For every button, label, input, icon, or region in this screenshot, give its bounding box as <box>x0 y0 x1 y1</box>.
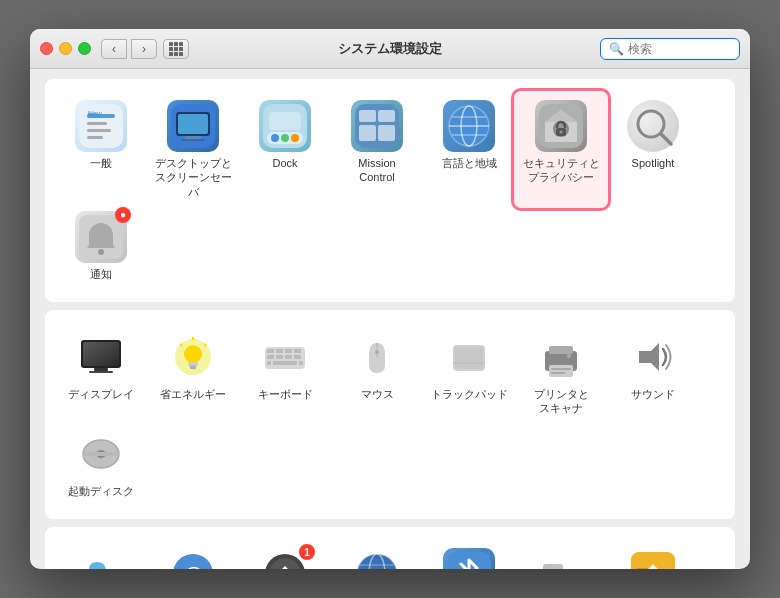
pref-startup[interactable]: 起動ディスク <box>55 422 147 504</box>
close-button[interactable] <box>40 42 53 55</box>
svg-point-46 <box>184 345 202 363</box>
window-title: システム環境設定 <box>338 40 442 58</box>
svg-rect-68 <box>455 347 483 369</box>
mouse-icon <box>351 331 403 383</box>
startup-label: 起動ディスク <box>68 484 134 498</box>
svg-point-35 <box>560 131 563 134</box>
nav-buttons: ‹ › <box>101 39 157 59</box>
pref-software[interactable]: 1 ソフトウェアアップデート <box>239 542 331 569</box>
mission-label: MissionControl <box>358 156 395 185</box>
trackpad-label: トラックパッド <box>431 387 508 401</box>
preferences-content: File New 一般 デスクトップとスクリーンセ <box>30 69 750 569</box>
pref-dock[interactable]: Dock <box>239 94 331 205</box>
pref-bluetooth[interactable]: Bluetooth <box>423 542 515 569</box>
svg-rect-64 <box>299 361 303 365</box>
svg-rect-71 <box>549 346 573 354</box>
maximize-button[interactable] <box>78 42 91 55</box>
svg-rect-19 <box>359 110 376 122</box>
pref-extensions[interactable]: 機能拡張 <box>515 542 607 569</box>
svg-rect-22 <box>378 125 395 141</box>
energy-label: 省エネルギー <box>160 387 226 401</box>
svg-rect-11 <box>181 139 205 141</box>
svg-rect-55 <box>276 349 283 353</box>
svg-point-39 <box>98 249 104 255</box>
pref-trackpad[interactable]: トラックパッド <box>423 325 515 422</box>
svg-text:New: New <box>88 110 103 117</box>
pref-energy[interactable]: 省エネルギー <box>147 325 239 422</box>
minimize-button[interactable] <box>59 42 72 55</box>
svg-line-52 <box>180 344 182 346</box>
dock-label: Dock <box>272 156 297 170</box>
svg-rect-56 <box>285 349 292 353</box>
network-icon <box>351 548 403 569</box>
svg-rect-4 <box>87 136 103 139</box>
svg-point-75 <box>567 354 571 358</box>
spotlight-icon <box>627 100 679 152</box>
pref-sharing[interactable]: 共有 <box>607 542 699 569</box>
search-icon: 🔍 <box>609 42 624 56</box>
trackpad-icon <box>443 331 495 383</box>
svg-rect-10 <box>185 136 201 139</box>
svg-text:@: @ <box>183 563 203 569</box>
printer-label: プリンタとスキャナ <box>534 387 589 416</box>
svg-rect-42 <box>83 342 119 366</box>
svg-rect-17 <box>269 112 301 130</box>
pref-printer[interactable]: プリンタとスキャナ <box>515 325 607 422</box>
pref-sound[interactable]: サウンド <box>607 325 699 422</box>
svg-point-16 <box>291 134 299 142</box>
desktop-label: デスクトップとスクリーンセーバ <box>151 156 235 199</box>
software-badge: 1 <box>299 544 315 560</box>
svg-rect-63 <box>267 361 271 365</box>
pref-security[interactable]: セキュリティとプライバシー <box>515 94 607 205</box>
language-icon <box>443 100 495 152</box>
pref-mission[interactable]: MissionControl <box>331 94 423 205</box>
sharing-icon <box>627 548 679 569</box>
extensions-icon <box>535 548 587 569</box>
pref-display[interactable]: ディスプレイ <box>55 325 147 422</box>
pref-desktop[interactable]: デスクトップとスクリーンセーバ <box>147 94 239 205</box>
pref-spotlight[interactable]: Spotlight <box>607 94 699 205</box>
svg-rect-2 <box>87 122 107 125</box>
startup-icon <box>75 428 127 480</box>
display-label: ディスプレイ <box>68 387 134 401</box>
svg-rect-58 <box>267 355 274 359</box>
pref-network[interactable]: ネットワーク <box>331 542 423 569</box>
notification-badge: ● <box>115 207 131 223</box>
svg-rect-54 <box>267 349 274 353</box>
svg-rect-21 <box>359 125 376 141</box>
titlebar: ‹ › システム環境設定 🔍 <box>30 29 750 69</box>
svg-rect-61 <box>294 355 301 359</box>
general-label: 一般 <box>90 156 112 170</box>
search-box[interactable]: 🔍 <box>600 38 740 60</box>
keyboard-icon <box>259 331 311 383</box>
svg-rect-73 <box>551 368 571 370</box>
section-hardware: ディスプレイ <box>45 310 735 519</box>
grid-view-button[interactable] <box>163 39 189 59</box>
pref-general[interactable]: File New 一般 <box>55 94 147 205</box>
svg-rect-43 <box>94 368 108 371</box>
svg-point-15 <box>281 134 289 142</box>
pref-keyboard[interactable]: キーボード <box>239 325 331 422</box>
svg-line-51 <box>204 344 206 346</box>
sound-icon <box>627 331 679 383</box>
search-input[interactable] <box>628 42 731 56</box>
svg-point-14 <box>271 134 279 142</box>
mission-icon <box>351 100 403 152</box>
section-personal: File New 一般 デスクトップとスクリーンセ <box>45 79 735 302</box>
pref-internet[interactable]: @ インターネットアカウント <box>147 542 239 569</box>
pref-language[interactable]: 言語と地域 <box>423 94 515 205</box>
notification-label: 通知 <box>90 267 112 281</box>
mouse-label: マウス <box>361 387 394 401</box>
forward-button[interactable]: › <box>131 39 157 59</box>
pref-notification[interactable]: ● 通知 <box>55 205 147 287</box>
security-icon <box>535 100 587 152</box>
pref-icloud[interactable]: iCloud <box>55 542 147 569</box>
back-button[interactable]: ‹ <box>101 39 127 59</box>
dock-icon <box>259 100 311 152</box>
svg-rect-92 <box>543 564 563 569</box>
internet-icon: @ <box>167 548 219 569</box>
pref-mouse[interactable]: マウス <box>331 325 423 422</box>
svg-rect-59 <box>276 355 283 359</box>
svg-rect-49 <box>190 367 196 369</box>
printer-icon <box>535 331 587 383</box>
